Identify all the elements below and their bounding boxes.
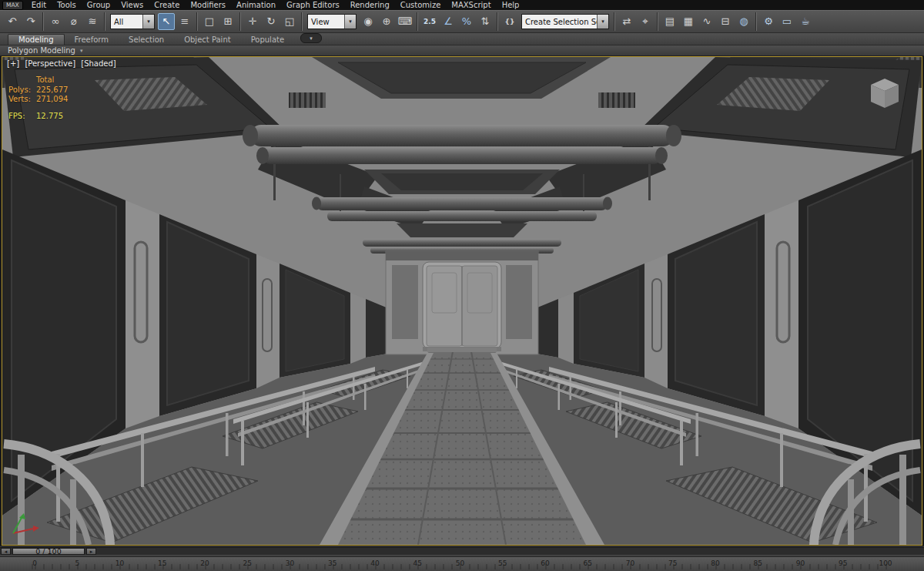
ribbon-minimize-toggle[interactable]: ▾ — [300, 33, 322, 43]
edit-named-selection-sets-icon[interactable]: {} — [501, 13, 518, 30]
tab-freeform[interactable]: Freeform — [65, 35, 119, 45]
mirror-icon[interactable]: ⇄ — [618, 13, 635, 30]
percent-snap-icon[interactable]: % — [458, 13, 475, 30]
polys-value: 225,677 — [36, 86, 68, 94]
menu-create[interactable]: Create — [149, 1, 185, 9]
previous-frame-button[interactable]: ◂ — [1, 548, 11, 555]
tab-object-paint[interactable]: Object Paint — [174, 35, 241, 45]
application-button[interactable]: MAX — [2, 1, 23, 10]
select-and-move-icon[interactable]: ✛ — [244, 13, 261, 30]
corridor-end-door[interactable] — [386, 251, 538, 354]
menu-help[interactable]: Help — [497, 1, 525, 9]
menu-modifiers[interactable]: Modifiers — [185, 1, 231, 9]
viewport-shading-menu[interactable]: [Shaded] — [81, 59, 116, 68]
keyboard-shortcut-override-icon[interactable]: ⌨ — [397, 13, 413, 30]
menu-maxscript[interactable]: MAXScript — [446, 1, 496, 9]
frame-label-65: 65 — [584, 559, 592, 567]
viewport-general-menu[interactable]: [+] — [7, 59, 19, 68]
combo-arrow-icon[interactable]: ▾ — [344, 15, 356, 29]
unlink-selection-icon[interactable]: ⌀ — [65, 13, 82, 30]
time-slider-row: ◂ 0 / 100 ▸ — [0, 546, 924, 556]
select-object-icon[interactable]: ↖ — [158, 13, 175, 30]
render-production-icon[interactable]: ☕ — [797, 13, 814, 30]
menu-group[interactable]: Group — [82, 1, 116, 9]
verts-value: 271,094 — [36, 95, 68, 103]
named-selection-sets-dropdown-value: Create Selection Se — [522, 18, 597, 26]
next-frame-button[interactable]: ▸ — [86, 548, 96, 555]
menu-graph-editors[interactable]: Graph Editors — [281, 1, 345, 9]
select-and-link-icon[interactable]: ∞ — [47, 13, 64, 30]
stats-fps-row: FPS:12.775 — [8, 112, 68, 122]
track-bar[interactable]: 0510152025303540455055606570758085909510… — [0, 556, 924, 571]
menu-tools[interactable]: Tools — [52, 1, 82, 9]
select-and-manipulate-icon[interactable]: ⊕ — [378, 13, 395, 30]
frame-label-45: 45 — [413, 559, 422, 567]
tab-populate[interactable]: Populate — [241, 35, 294, 45]
perspective-viewport[interactable]: [+] [Perspective] [Shaded] Total Polys:2… — [2, 56, 922, 546]
rectangular-selection-region-icon[interactable]: □ — [201, 13, 218, 30]
toolbar-separator — [497, 12, 498, 31]
tab-selection[interactable]: Selection — [119, 35, 174, 45]
viewport-canvas[interactable] — [2, 57, 922, 545]
combo-arrow-icon[interactable]: ▾ — [142, 15, 154, 29]
frame-label-70: 70 — [626, 559, 634, 567]
menu-animation[interactable]: Animation — [231, 1, 281, 9]
frame-label-100: 100 — [879, 559, 892, 567]
window-crossing-icon[interactable]: ⊞ — [219, 13, 236, 30]
menu-customize[interactable]: Customize — [395, 1, 447, 9]
viewport-area: [+] [Perspective] [Shaded] Total Polys:2… — [0, 56, 924, 546]
schematic-view-icon[interactable]: ⊟ — [717, 13, 734, 30]
ribbon-tab-bar: ModelingFreeformSelectionObject PaintPop… — [0, 33, 924, 45]
view-cube[interactable] — [871, 79, 899, 108]
viewport-pov-menu[interactable]: [Perspective] — [25, 59, 75, 68]
time-slider-handle[interactable]: 0 / 100 — [12, 548, 85, 555]
3ds-max-window: MAX EditToolsGroupViewsCreateModifiersAn… — [0, 0, 924, 571]
fps-label: FPS: — [8, 112, 36, 122]
combo-arrow-icon[interactable]: ▾ — [597, 15, 608, 29]
select-and-rotate-icon[interactable]: ↻ — [263, 13, 280, 30]
spinner-snap-icon[interactable]: ⇅ — [477, 13, 494, 30]
menu-items: EditToolsGroupViewsCreateModifiersAnimat… — [26, 0, 525, 10]
toolbar-separator — [239, 12, 241, 31]
toolbar-separator — [104, 12, 105, 31]
bind-to-space-warp-icon[interactable]: ≋ — [84, 13, 101, 30]
frame-label-55: 55 — [498, 559, 507, 567]
time-slider-label: 0 / 100 — [35, 547, 61, 556]
align-icon[interactable]: ⌖ — [637, 13, 654, 30]
polygon-modeling-strip[interactable]: Polygon Modeling ▾ — [0, 45, 924, 56]
time-slider-track[interactable]: ◂ 0 / 100 ▸ — [0, 547, 924, 556]
menu-edit[interactable]: Edit — [26, 1, 52, 9]
named-selection-sets-dropdown[interactable]: Create Selection Se▾ — [521, 14, 609, 29]
curve-editor-icon[interactable]: ∿ — [698, 13, 715, 30]
redo-icon[interactable]: ↷ — [22, 13, 39, 30]
select-by-name-icon[interactable]: ≡ — [176, 13, 193, 30]
frame-label-80: 80 — [711, 559, 719, 567]
select-and-scale-icon[interactable]: ◱ — [281, 13, 298, 30]
material-editor-icon[interactable]: ◍ — [735, 13, 752, 30]
tab-modeling[interactable]: Modeling — [8, 34, 65, 45]
fps-value: 12.775 — [36, 112, 63, 120]
undo-icon[interactable]: ↶ — [4, 13, 21, 30]
frame-label-15: 15 — [158, 559, 166, 567]
toolbar-separator — [614, 12, 615, 31]
snaps-toggle-icon[interactable]: 2.5 — [421, 13, 438, 30]
viewport-statistics: Total Polys:225,677 Verts:271,094 FPS:12… — [8, 76, 68, 121]
menu-rendering[interactable]: Rendering — [345, 1, 395, 9]
stats-total-label: Total — [8, 76, 68, 86]
graphite-ribbon-icon[interactable]: ▦ — [680, 13, 697, 30]
menu-views[interactable]: Views — [116, 1, 149, 9]
frame-label-50: 50 — [456, 559, 464, 567]
viewport-label: [+] [Perspective] [Shaded] — [7, 59, 119, 68]
render-setup-icon[interactable]: ⚙ — [760, 13, 777, 30]
frame-label-60: 60 — [541, 559, 549, 567]
use-pivot-point-icon[interactable]: ◉ — [360, 13, 377, 30]
rendered-frame-window-icon[interactable]: ▭ — [778, 13, 795, 30]
layer-manager-icon[interactable]: ▤ — [661, 13, 678, 30]
stats-verts-row: Verts:271,094 — [8, 95, 68, 105]
reference-coordinate-system-dropdown[interactable]: View▾ — [307, 14, 357, 29]
selection-filter-dropdown[interactable]: All▾ — [110, 14, 155, 29]
toolbar-separator — [657, 12, 658, 31]
chevron-down-icon: ▾ — [80, 48, 83, 54]
angle-snap-icon[interactable]: ∠ — [440, 13, 457, 30]
toolbar-separator — [301, 12, 303, 31]
